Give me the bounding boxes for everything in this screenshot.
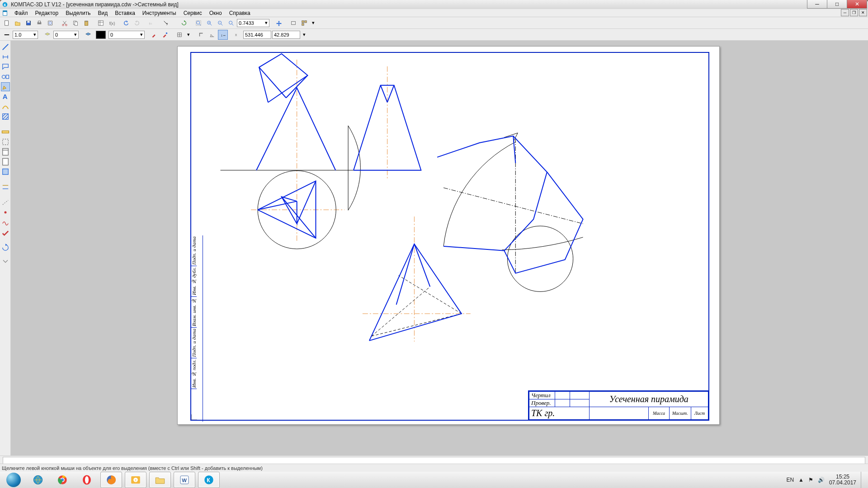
hatch-button[interactable]: [1, 112, 10, 121]
zoom-window-button[interactable]: [226, 18, 236, 28]
new-button[interactable]: [2, 18, 12, 28]
tray-clock[interactable]: 15:25 07.04.2017: [829, 474, 856, 486]
status-hint: Щелкните левой кнопкой мыши на объекте д…: [2, 465, 263, 471]
redo-button[interactable]: [132, 18, 142, 28]
print-button[interactable]: [34, 18, 44, 28]
mdi-close-button[interactable]: ✕: [859, 9, 867, 16]
help-context-button[interactable]: ?: [161, 18, 171, 28]
edit-button[interactable]: [1, 82, 10, 91]
paste-button[interactable]: [81, 18, 91, 28]
properties-button[interactable]: [96, 18, 106, 28]
svg-line-33: [232, 23, 234, 25]
param-button[interactable]: ↕↔: [218, 30, 228, 40]
svg-text:f(x): f(x): [109, 21, 115, 25]
grid-button[interactable]: [175, 30, 184, 40]
menu-edit[interactable]: Редактор: [32, 10, 62, 16]
close-button[interactable]: ✕: [847, 0, 867, 9]
taskbar-firefox[interactable]: [100, 472, 122, 488]
undo-button[interactable]: [121, 18, 131, 28]
preview-button[interactable]: [45, 18, 55, 28]
symbols-button[interactable]: [1, 72, 10, 81]
dimensions-button[interactable]: [1, 52, 10, 61]
copy-button[interactable]: [71, 18, 80, 28]
layer-input[interactable]: 0▾: [53, 31, 79, 39]
coord-x-input[interactable]: 531.446: [243, 31, 271, 39]
taskbar-ie[interactable]: [27, 472, 49, 488]
menu-help[interactable]: Справка: [226, 10, 254, 16]
canvas-area[interactable]: Подп. и дата Инв. № дубл. Взам. инв. № П…: [11, 41, 868, 455]
mdi-minimize-button[interactable]: ─: [841, 9, 849, 16]
select-button[interactable]: [1, 137, 10, 146]
svg-point-68: [507, 226, 573, 291]
ortho-button[interactable]: [196, 30, 206, 40]
svg-rect-17: [99, 20, 104, 25]
toggle-button[interactable]: [1, 228, 10, 237]
tray-lang[interactable]: EN: [786, 477, 794, 483]
dropdown-icon2[interactable]: ▾: [185, 30, 192, 40]
rotate-button[interactable]: [1, 243, 10, 252]
linewidth-input[interactable]: 1.0▾: [13, 31, 38, 39]
pan-button[interactable]: [274, 18, 284, 28]
taskbar-kompas[interactable]: К: [198, 472, 220, 488]
curve-button[interactable]: [1, 102, 10, 111]
menu-service[interactable]: Сервис: [180, 10, 206, 16]
line-style-button[interactable]: [2, 30, 12, 40]
notation-button[interactable]: [1, 62, 10, 71]
zoom-in-button[interactable]: +: [204, 18, 214, 28]
show-desktop-button[interactable]: [861, 472, 865, 488]
minimize-button[interactable]: ─: [807, 0, 827, 9]
menu-view[interactable]: Вид: [94, 10, 112, 16]
refresh-button[interactable]: [179, 18, 189, 28]
menu-tools[interactable]: Инструменты: [139, 10, 180, 16]
menu-window[interactable]: Окно: [206, 10, 226, 16]
taskbar-word[interactable]: W: [174, 472, 195, 488]
spline-button[interactable]: [1, 218, 10, 227]
taskbar-chrome[interactable]: [52, 472, 73, 488]
param-lines-button[interactable]: [1, 183, 10, 192]
variables-button[interactable]: f(x): [107, 18, 117, 28]
color-by-layer-icon[interactable]: [83, 30, 93, 40]
tray-flag-icon[interactable]: ⚑: [808, 477, 813, 483]
menu-insert[interactable]: Вставка: [111, 10, 139, 16]
coord-dropdown[interactable]: ▾: [301, 30, 307, 40]
taskbar-opera[interactable]: [76, 472, 98, 488]
svg-rect-36: [305, 20, 307, 22]
svg-rect-35: [302, 20, 304, 22]
tray-show-hidden-icon[interactable]: ▲: [798, 477, 804, 483]
menu-file[interactable]: Файл: [11, 10, 32, 16]
expand-button[interactable]: [1, 258, 10, 264]
taskbar-explorer[interactable]: [149, 472, 171, 488]
maximize-button[interactable]: □: [827, 0, 847, 9]
aux-line-button[interactable]: [1, 198, 10, 207]
geometry-button[interactable]: [1, 42, 10, 52]
cad-drawing: [191, 53, 708, 420]
menu-select[interactable]: Выделить: [62, 10, 94, 16]
color-swatch[interactable]: [96, 31, 106, 39]
views-button[interactable]: [299, 18, 309, 28]
text-button[interactable]: A: [1, 92, 10, 101]
fx-button[interactable]: f=: [146, 18, 156, 28]
brush-blue-icon[interactable]: [160, 30, 170, 40]
zoom-input[interactable]: 0.7433▾: [237, 19, 269, 27]
mdi-restore-button[interactable]: ❐: [850, 9, 858, 16]
svg-point-39: [166, 32, 168, 34]
style-input[interactable]: 0▾: [108, 31, 145, 39]
snap-button[interactable]: [207, 30, 217, 40]
open-button[interactable]: [13, 18, 23, 28]
start-button[interactable]: [3, 472, 24, 488]
point-button[interactable]: [1, 208, 10, 217]
spec-button[interactable]: [1, 147, 10, 156]
coord-y-input[interactable]: 42.829: [272, 31, 300, 39]
zoom-out-button[interactable]: -: [215, 18, 225, 28]
insert-view-button[interactable]: [1, 167, 10, 176]
reports-button[interactable]: [1, 157, 10, 166]
brush-red-icon[interactable]: [149, 30, 159, 40]
measure-button[interactable]: [1, 127, 10, 136]
dropdown-icon[interactable]: ▾: [310, 18, 316, 28]
zoom-fit-button[interactable]: [193, 18, 203, 28]
cut-button[interactable]: [60, 18, 70, 28]
tray-volume-icon[interactable]: 🔊: [818, 477, 825, 483]
orientation-button[interactable]: [288, 18, 298, 28]
save-button[interactable]: [24, 18, 33, 28]
taskbar-outlook[interactable]: [125, 472, 146, 488]
